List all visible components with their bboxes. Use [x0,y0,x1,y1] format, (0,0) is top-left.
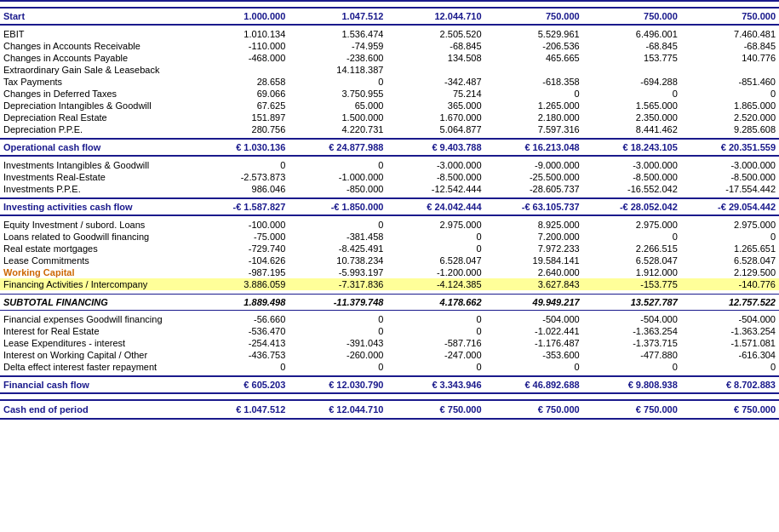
row-value-2: 1.670.000 [387,112,484,123]
row-value-5: -3.000.000 [681,159,779,171]
row-value-5: € 8.702.883 [681,376,779,393]
row-value-1: -5.993.197 [289,266,387,278]
row-label: Changes in Accounts Payable [0,52,191,64]
row-value-3: 750.000 [485,8,583,25]
row-label: Changes in Accounts Receivable [0,40,191,52]
row-value-2: € 9.403.788 [387,139,484,156]
row-value-3: 7.597.316 [485,123,583,135]
row-value-5: 1.865.000 [681,100,779,112]
row-value-0: -104.626 [191,255,289,266]
row-value-4: 13.527.787 [583,294,681,310]
row-value-5: 0 [681,231,779,243]
row-label: Interest for Real Estate [0,325,191,337]
row-value-3: -504.000 [485,313,583,325]
row-value-2: -8.500.000 [387,171,484,183]
row-label: Lease Expenditures - interest [0,337,191,349]
row-value-1: € 24.877.988 [289,139,387,156]
row-label: Changes in Deferred Taxes [0,88,191,100]
row-value-4: -504.000 [583,313,681,325]
row-value-1: 4.220.731 [289,123,387,135]
row-label: Financial expenses Goodwill financing [0,313,191,325]
row-value-4: 1.912.000 [583,266,681,278]
row-value-5: -851.460 [681,76,779,88]
row-value-4: 0 [583,361,681,373]
row-value-4: -€ 28.052.042 [583,198,681,215]
row-label: Financing Activities / Intercompany [0,278,191,290]
row-value-4: 1.565.000 [583,100,681,112]
row-value-0: 69.066 [191,88,289,100]
row-value-5: 0 [681,88,779,100]
row-label: Operational cash flow [0,139,191,156]
row-value-0: -729.740 [191,243,289,255]
row-value-4: 8.441.462 [583,123,681,135]
row-value-3: 1.265.000 [485,100,583,112]
row-value-2: -12.542.444 [387,183,484,195]
row-value-1: -74.959 [289,40,387,52]
row-value-5 [681,64,779,76]
row-value-4: 6.496.001 [583,28,681,40]
row-label: Investments P.P.E. [0,183,191,195]
row-value-5: -68.845 [681,40,779,52]
row-value-2: 12.044.710 [387,8,484,25]
row-value-0: 67.625 [191,100,289,112]
row-value-3: 0 [485,88,583,100]
row-value-2: 75.214 [387,88,484,100]
row-value-1: -238.600 [289,52,387,64]
row-label: Extraordinary Gain Sale & Leaseback [0,64,191,76]
col-2021-header [191,1,289,8]
financial-table: Start1.000.0001.047.51212.044.710750.000… [0,0,779,420]
row-value-4: -153.775 [583,278,681,290]
row-value-2: € 750.000 [387,400,484,419]
row-value-2: -342.487 [387,76,484,88]
row-value-4: -477.880 [583,349,681,361]
row-value-4: € 750.000 [583,400,681,419]
row-value-4: -8.500.000 [583,171,681,183]
row-value-4: 0 [583,231,681,243]
row-value-3: -1.022.441 [485,325,583,337]
row-label: EBIT [0,28,191,40]
row-value-1: 65.000 [289,100,387,112]
row-value-0: 0 [191,361,289,373]
row-value-3: -9.000.000 [485,159,583,171]
row-value-0: € 1.047.512 [191,400,289,419]
col-yearx3-header [583,1,681,8]
row-value-5: 9.285.608 [681,123,779,135]
row-value-0 [191,64,289,76]
row-value-0: -254.413 [191,337,289,349]
row-value-1: 0 [289,159,387,171]
row-value-0: 0 [191,159,289,171]
row-value-0: -536.470 [191,325,289,337]
row-value-4: 2.350.000 [583,112,681,123]
col-yearx4-header [681,1,779,8]
row-value-3: € 46.892.688 [485,376,583,393]
row-label: Financial cash flow [0,376,191,393]
row-value-4: -3.000.000 [583,159,681,171]
row-value-3: 49.949.217 [485,294,583,310]
row-value-1: 0 [289,313,387,325]
row-label: Investments Real-Estate [0,171,191,183]
col-yearx2-header [485,1,583,8]
row-value-2: 5.064.877 [387,123,484,135]
row-value-2: 6.528.047 [387,255,484,266]
row-label: Delta effect interest faster repayment [0,361,191,373]
row-value-2: -587.716 [387,337,484,349]
row-value-3: -353.600 [485,349,583,361]
row-value-4: € 9.808.938 [583,376,681,393]
row-value-5: 750.000 [681,8,779,25]
row-value-3: 7.200.000 [485,231,583,243]
row-value-5: 1.265.651 [681,243,779,255]
row-value-2: 365.000 [387,100,484,112]
row-value-2: 2.505.520 [387,28,484,40]
row-label: Depreciation Real Estate [0,112,191,123]
row-value-5: -504.000 [681,313,779,325]
row-value-1: 0 [289,76,387,88]
row-label: Cash end of period [0,400,191,419]
row-value-2: 4.178.662 [387,294,484,310]
row-value-3: 5.529.961 [485,28,583,40]
row-value-0: 1.889.498 [191,294,289,310]
row-label: Depreciation Intangibles & Goodwill [0,100,191,112]
row-value-2 [387,64,484,76]
row-value-4: 0 [583,88,681,100]
row-value-0: 280.756 [191,123,289,135]
row-value-3: -206.536 [485,40,583,52]
